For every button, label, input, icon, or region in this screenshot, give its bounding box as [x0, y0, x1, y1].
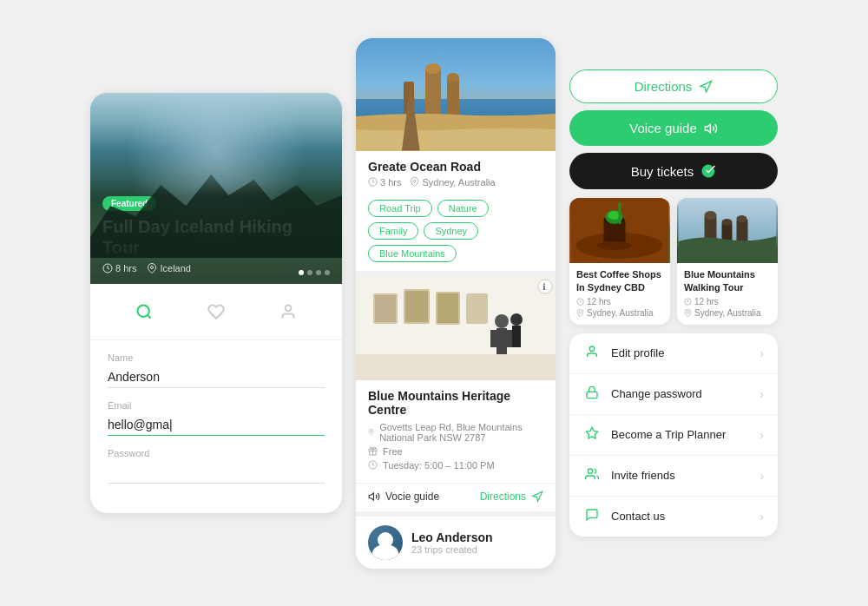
- edit-profile-label: Edit profile: [611, 346, 749, 359]
- coffee-duration: 12 hrs: [576, 297, 663, 306]
- heart-icon: [207, 303, 225, 320]
- directions-button[interactable]: Directions: [480, 491, 543, 503]
- svg-rect-19: [375, 295, 396, 322]
- mountains-duration: 12 hrs: [684, 297, 771, 306]
- mountains-title: Blue Mountains Walking Tour: [684, 268, 771, 293]
- tag-nature[interactable]: Nature: [437, 200, 489, 217]
- lock-icon: [583, 385, 601, 403]
- password-input[interactable]: [108, 462, 325, 484]
- coffee-info: Best Coffee Shops In Sydney CBD 12 hrs S…: [569, 263, 670, 325]
- directions-main-button[interactable]: Directions: [569, 69, 778, 103]
- featured-badge: Featured: [102, 196, 156, 211]
- related-card-mountains[interactable]: Blue Mountains Walking Tour 12 hrs Sydne…: [677, 198, 778, 325]
- svg-point-29: [510, 313, 523, 326]
- heritage-centre-card: ℹ Blue Mountains Heritage Centre Govetts…: [356, 271, 556, 511]
- buy-tickets-button[interactable]: Buy tickets: [569, 153, 778, 189]
- menu-item-invite-friends[interactable]: Invite friends ›: [569, 456, 778, 497]
- action-buttons: Directions Voice guide Buy tickets: [569, 69, 778, 189]
- location-meta: 3 hrs Sydney, Australia: [368, 177, 543, 188]
- hero-duration: 8 hrs: [102, 263, 136, 273]
- svg-point-25: [495, 314, 509, 328]
- location-pin-icon: [410, 177, 419, 187]
- name-group: Name: [108, 352, 325, 388]
- name-input[interactable]: [108, 366, 325, 388]
- user-avatar: [368, 525, 403, 560]
- profile-button[interactable]: [273, 296, 304, 327]
- voice-guide-main-button[interactable]: Voice guide: [569, 110, 778, 146]
- dot-4[interactable]: [325, 270, 330, 275]
- panel-actions: Directions Voice guide Buy tickets: [569, 69, 778, 537]
- person-edit-icon: [583, 345, 601, 362]
- menu-item-change-password[interactable]: Change password ›: [569, 374, 778, 415]
- user-trips: 23 trips created: [411, 544, 493, 555]
- svg-rect-30: [512, 326, 521, 347]
- ocean-road-image: [356, 38, 556, 151]
- coffee-title: Best Coffee Shops In Sydney CBD: [576, 268, 663, 293]
- related-card-coffee[interactable]: Best Coffee Shops In Sydney CBD 12 hrs S…: [569, 198, 670, 325]
- bottom-nav: [90, 284, 342, 340]
- svg-rect-23: [437, 293, 458, 323]
- people-icon: [583, 467, 601, 484]
- email-label: Email: [108, 400, 325, 411]
- chevron-right-icon-3: ›: [760, 428, 764, 442]
- hero-overlay: Featured Full Day Iceland Hiking Tour 8 …: [90, 184, 342, 284]
- password-label: Password: [108, 448, 325, 458]
- tag-sydney[interactable]: Sydney: [424, 222, 478, 240]
- clock-icon: [102, 263, 113, 273]
- svg-rect-9: [447, 77, 459, 121]
- tag-blue-mountains[interactable]: Blue Mountains: [368, 245, 457, 262]
- invite-friends-label: Invite friends: [611, 469, 749, 482]
- mountains-clock-icon: [684, 298, 692, 306]
- email-group: Email: [108, 400, 325, 436]
- svg-rect-24: [466, 293, 488, 324]
- svg-point-60: [589, 346, 594, 351]
- svg-point-8: [425, 63, 441, 74]
- search-button[interactable]: [128, 296, 160, 327]
- menu-item-edit-profile[interactable]: Edit profile ›: [569, 333, 778, 374]
- name-label: Name: [108, 352, 325, 363]
- chat-icon: [583, 508, 601, 525]
- menu-item-contact-us[interactable]: Contact us ›: [569, 497, 778, 537]
- menu-item-trip-planner[interactable]: Become a Trip Planner ›: [569, 415, 778, 456]
- hero-meta: 8 hrs Iceland: [102, 263, 330, 273]
- svg-point-45: [608, 211, 621, 220]
- carousel-dots: [299, 270, 330, 275]
- user-name: Leo Anderson: [411, 530, 493, 544]
- tag-family[interactable]: Family: [368, 222, 418, 240]
- pin-icon: [147, 263, 157, 273]
- volume-icon: [368, 491, 380, 503]
- user-info: Leo Anderson 23 trips created: [411, 530, 493, 555]
- svg-rect-26: [496, 328, 507, 354]
- mountains-scene: [677, 198, 778, 263]
- tags-container: Road Trip Nature Family Sydney Blue Moun…: [356, 194, 556, 271]
- card2-title: Blue Mountains Heritage Centre: [368, 389, 543, 417]
- voice-volume-icon: [704, 122, 718, 135]
- chevron-right-icon-2: ›: [760, 387, 764, 401]
- svg-point-33: [371, 431, 372, 432]
- chevron-right-icon-5: ›: [760, 510, 764, 524]
- svg-point-4: [286, 306, 292, 312]
- dot-1[interactable]: [299, 270, 304, 275]
- svg-marker-35: [369, 492, 373, 499]
- mountains-location: Sydney, Australia: [684, 308, 771, 318]
- svg-marker-37: [700, 81, 712, 92]
- heritage-image: ℹ: [356, 276, 556, 380]
- person-icon: [279, 303, 297, 320]
- star-icon: [583, 426, 601, 444]
- svg-rect-7: [425, 69, 441, 121]
- favorites-button[interactable]: [201, 296, 232, 327]
- tag-road-trip[interactable]: Road Trip: [368, 200, 432, 217]
- dot-2[interactable]: [307, 270, 312, 275]
- mountains-image: [677, 198, 778, 263]
- voice-guide-button[interactable]: Vocie guide: [368, 491, 439, 503]
- svg-point-59: [687, 311, 688, 313]
- svg-point-49: [579, 311, 581, 313]
- panel-ocean-road: Greate Ocean Road 3 hrs Sydney, Australi…: [356, 38, 556, 569]
- location-place: Sydney, Australia: [410, 177, 495, 188]
- dot-3[interactable]: [316, 270, 321, 275]
- coffee-location: Sydney, Australia: [576, 308, 663, 318]
- svg-point-56: [737, 215, 747, 222]
- chevron-right-icon-4: ›: [760, 469, 764, 483]
- email-input[interactable]: [108, 414, 325, 436]
- svg-point-2: [137, 306, 148, 317]
